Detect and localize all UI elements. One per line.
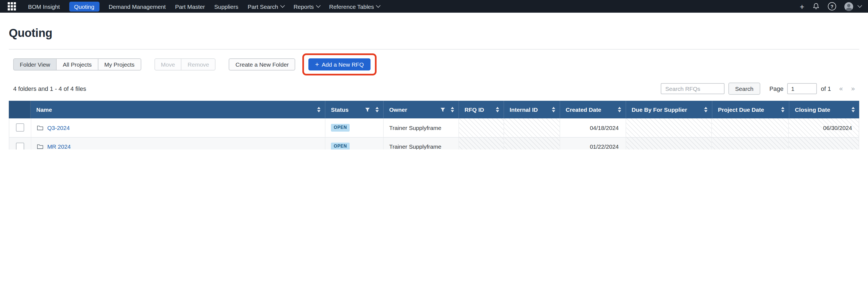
nav-item-reference-tables[interactable]: Reference Tables: [329, 3, 380, 10]
row-checkbox[interactable]: [16, 124, 24, 132]
internal-id-cell: [504, 118, 560, 137]
owner-cell: Trainer Supplyframe: [384, 118, 459, 137]
column-label: Project Due Date: [718, 106, 764, 113]
column-label: Owner: [389, 106, 407, 113]
sort-icon[interactable]: [618, 107, 621, 112]
column-header-closing-date[interactable]: Closing Date: [789, 101, 859, 118]
toolbar: Folder View All Projects My Projects Mov…: [9, 54, 859, 75]
project-due-cell: [712, 118, 789, 137]
search-button[interactable]: Search: [728, 83, 760, 95]
folder-icon: [37, 125, 43, 131]
sort-icon[interactable]: [552, 107, 555, 112]
sort-icon[interactable]: [375, 107, 379, 112]
chevron-down-icon: [376, 3, 381, 8]
status-cell: OPEN: [326, 118, 384, 137]
project-due-cell: [712, 137, 789, 150]
column-label: Closing Date: [795, 106, 830, 113]
nav-item-reports[interactable]: Reports: [293, 3, 320, 10]
nav-item-suppliers[interactable]: Suppliers: [214, 3, 238, 10]
column-label: Status: [331, 106, 348, 113]
checkbox-cell: [9, 137, 31, 150]
column-header-owner[interactable]: Owner: [384, 101, 459, 118]
nav-item-part-master[interactable]: Part Master: [175, 3, 205, 10]
rfq-id-cell: [459, 118, 504, 137]
search-pagination: Search Page of 1 « »: [661, 83, 855, 95]
column-label: Internal ID: [509, 106, 538, 113]
move-button[interactable]: Move: [154, 58, 181, 71]
column-header-name[interactable]: Name: [31, 101, 326, 118]
rfq-id-cell: [459, 137, 504, 150]
column-header-rfq-id[interactable]: RFQ ID: [459, 101, 504, 118]
sort-icon[interactable]: [851, 107, 855, 112]
column-label: Created Date: [566, 106, 601, 113]
nav-item-demand-management[interactable]: Demand Management: [108, 3, 166, 10]
nav-item-part-search[interactable]: Part Search: [248, 3, 284, 10]
sort-icon[interactable]: [451, 107, 454, 112]
page-title: Quoting: [9, 26, 859, 40]
column-header-created-date[interactable]: Created Date: [560, 101, 626, 118]
results-summary: 4 folders and 1 - 4 of 4 files: [13, 85, 86, 92]
sort-icon[interactable]: [704, 107, 708, 112]
name-cell: MR 2024: [31, 137, 326, 150]
chevron-down-icon[interactable]: [858, 3, 862, 8]
filter-icon[interactable]: [365, 107, 370, 112]
create-folder-button[interactable]: Create a New Folder: [229, 58, 296, 71]
page-input[interactable]: [787, 83, 817, 94]
checkbox-cell: [9, 118, 31, 137]
chevron-down-icon: [280, 3, 285, 8]
move-remove-group: Move Remove: [154, 58, 216, 71]
avatar[interactable]: [844, 2, 853, 11]
column-header-status[interactable]: Status: [326, 101, 384, 118]
row-name-link[interactable]: MR 2024: [47, 143, 71, 150]
name-cell: Q3-2024: [31, 118, 326, 137]
filter-icon[interactable]: [440, 107, 445, 112]
list-controls-top: 4 folders and 1 - 4 of 4 files Search Pa…: [9, 83, 859, 95]
status-badge: OPEN: [331, 124, 350, 132]
page-label: Page: [769, 85, 783, 92]
folder-icon: [37, 144, 43, 150]
next-page-button[interactable]: »: [851, 85, 855, 92]
sort-icon[interactable]: [781, 107, 784, 112]
column-header-due-by[interactable]: Due By For Supplier: [626, 101, 712, 118]
due-by-cell: [626, 137, 712, 150]
help-icon[interactable]: ?: [828, 2, 836, 10]
status-cell: OPEN: [326, 137, 384, 150]
all-projects-button[interactable]: All Projects: [56, 58, 98, 71]
sort-icon[interactable]: [317, 107, 320, 112]
created-date-cell: 01/22/2024: [560, 137, 626, 150]
plus-icon: +: [315, 60, 319, 68]
add-icon[interactable]: +: [800, 2, 804, 10]
bell-icon[interactable]: [812, 3, 819, 10]
table-header: Name Status Owner RFQ ID Internal ID Cre…: [9, 101, 859, 118]
column-label: Due By For Supplier: [631, 106, 687, 113]
divider: [9, 49, 859, 50]
page-of-label: of 1: [821, 85, 831, 92]
app: BOM Insight Quoting Demand Management Pa…: [0, 0, 868, 150]
nav-label: Reference Tables: [329, 3, 374, 10]
owner-cell: Trainer Supplyframe: [384, 137, 459, 150]
nav-item-bom-insight[interactable]: BOM Insight: [28, 3, 60, 10]
my-projects-button[interactable]: My Projects: [98, 58, 141, 71]
row-checkbox[interactable]: [16, 143, 24, 150]
closing-date-cell: 06/30/2024: [789, 118, 859, 137]
nav-item-quoting[interactable]: Quoting: [69, 1, 99, 11]
column-header-internal-id[interactable]: Internal ID: [504, 101, 560, 118]
folder-view-button[interactable]: Folder View: [13, 58, 57, 71]
remove-button[interactable]: Remove: [181, 58, 216, 71]
add-rfq-button[interactable]: +Add a New RFQ: [309, 58, 371, 71]
due-by-cell: [626, 118, 712, 137]
status-badge: OPEN: [331, 143, 350, 150]
chevron-down-icon: [316, 3, 320, 8]
sort-icon[interactable]: [496, 107, 499, 112]
app-logo-icon[interactable]: [8, 2, 16, 10]
internal-id-cell: [504, 137, 560, 150]
table-row: MR 2024 OPEN Trainer Supplyframe 01/22/2…: [9, 137, 859, 150]
row-name-link[interactable]: Q3-2024: [47, 125, 70, 131]
closing-date-cell: [789, 137, 859, 150]
search-input[interactable]: [661, 83, 725, 94]
prev-page-button[interactable]: «: [839, 85, 843, 92]
select-all-header: [9, 101, 31, 118]
column-label: RFQ ID: [465, 106, 484, 113]
column-header-project-due[interactable]: Project Due Date: [712, 101, 789, 118]
top-navbar: BOM Insight Quoting Demand Management Pa…: [0, 0, 868, 13]
